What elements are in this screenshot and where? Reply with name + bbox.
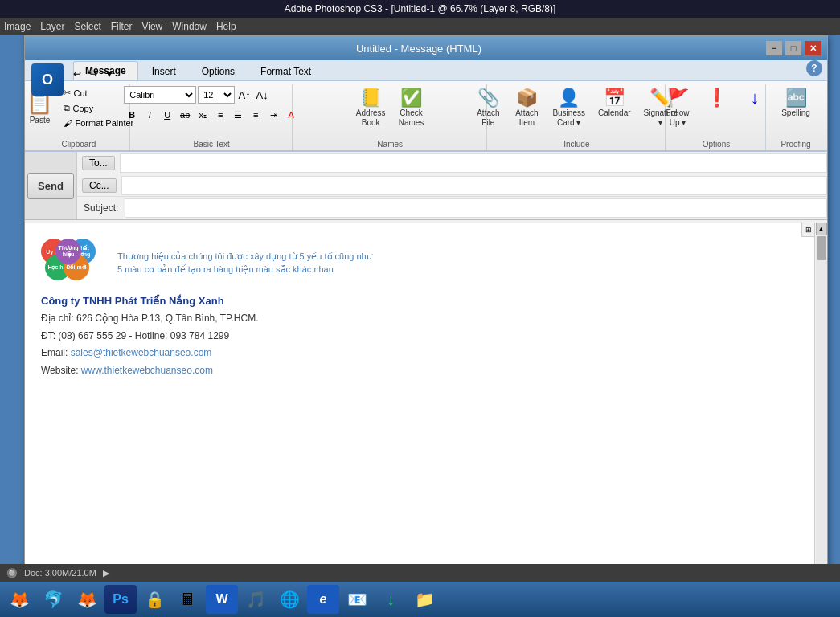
options-group: 🚩 FollowUp ▾ ❗ ↓ Options: [667, 84, 766, 150]
bold-button[interactable]: B: [124, 107, 140, 123]
menu-filter[interactable]: Filter: [111, 21, 133, 32]
italic-button[interactable]: I: [141, 107, 158, 123]
menu-view[interactable]: View: [141, 21, 162, 32]
high-importance-button[interactable]: ❗: [699, 86, 734, 112]
business-card-button[interactable]: 👤 BusinessCard ▾: [547, 86, 590, 131]
options-label: Options: [672, 140, 760, 150]
format-row: B I U ab x₂ ≡ ☰ ≡ ⇥ A: [124, 107, 299, 123]
taskbar-outlook[interactable]: 📧: [341, 585, 373, 614]
close-button[interactable]: ✕: [805, 41, 821, 55]
to-input[interactable]: [120, 153, 827, 173]
names-label: Names: [299, 140, 481, 150]
taskbar-xampp[interactable]: 🐬: [37, 585, 69, 614]
taskbar-ie[interactable]: e: [307, 585, 339, 614]
grow-font-button[interactable]: A↑: [236, 87, 252, 103]
redo-button[interactable]: ↪: [86, 67, 100, 81]
sig-address: Địa chỉ: 626 Cộng Hòa P.13, Q.Tân Bình, …: [41, 310, 798, 379]
font-select[interactable]: Calibri Arial Times New Roman: [124, 86, 196, 104]
copy-icon: ⧉: [64, 103, 70, 113]
calendar-button[interactable]: 📅 Calendar: [593, 86, 636, 121]
address-book-icon: 📒: [360, 89, 382, 107]
align-left-button[interactable]: ≡: [212, 107, 228, 123]
subscript-button[interactable]: x₂: [195, 107, 211, 123]
subject-input[interactable]: [125, 198, 827, 218]
website-line: Website: www.thietkewebchuanseo.com: [41, 362, 798, 380]
basic-text-group: Calibri Arial Times New Roman 12 10 14 A…: [132, 84, 293, 150]
send-button[interactable]: Send: [27, 173, 74, 199]
taskbar-chrome[interactable]: 🌐: [273, 585, 305, 614]
font-row: Calibri Arial Times New Roman 12 10 14 A…: [124, 86, 299, 104]
to-button[interactable]: To...: [82, 156, 115, 170]
email-fields: To... Cc... Subject:: [77, 152, 827, 219]
taskbar-folder[interactable]: 📁: [408, 585, 440, 614]
email-body[interactable]: ▲ ▼ ⊞ Uy tín Thương hiệu Chất lượng Học …: [25, 223, 827, 597]
help-button[interactable]: ?: [806, 60, 822, 76]
taskbar-photoshop[interactable]: Ps: [104, 585, 137, 614]
minimize-button[interactable]: −: [766, 41, 782, 55]
indent-button[interactable]: ⇥: [265, 107, 281, 123]
undo-button[interactable]: ↩: [70, 67, 84, 81]
window-controls: − □ ✕: [766, 41, 821, 55]
check-names-icon: ✅: [400, 89, 422, 107]
follow-up-button[interactable]: 🚩 FollowUp ▾: [660, 86, 695, 131]
scroll-up-button[interactable]: ▲: [816, 223, 827, 235]
tab-insert[interactable]: Insert: [140, 62, 188, 80]
include-label: Include: [494, 140, 660, 150]
scroll-thumb[interactable]: [817, 236, 826, 260]
basic-text-label: Basic Text: [137, 140, 287, 150]
menu-window[interactable]: Window: [172, 21, 207, 32]
underline-button[interactable]: U: [159, 107, 175, 123]
cc-input[interactable]: [121, 176, 827, 195]
compose-header: Send To... Cc... Subject:: [25, 152, 827, 220]
send-button-container: Send: [25, 152, 77, 219]
qat-more-button[interactable]: ▼: [102, 67, 117, 81]
signature-logo: Uy tín Thương hiệu Chất lượng Học hỏi Đổ…: [41, 239, 798, 287]
taskbar-miku[interactable]: 🎵: [240, 585, 272, 614]
align-right-button[interactable]: ≡: [248, 107, 264, 123]
phone-line: ĐT: (08) 667 555 29 - Hotline: 093 784 1…: [41, 328, 798, 345]
cc-button[interactable]: Cc...: [82, 178, 117, 193]
company-name: Công ty TNHH Phát Triển Nắng Xanh: [41, 295, 798, 307]
align-center-button[interactable]: ☰: [230, 107, 246, 123]
photoshop-menu-bar: Image Layer Select Filter View Window He…: [0, 18, 840, 35]
check-names-button[interactable]: ✅ CheckNames: [394, 86, 429, 131]
attach-item-button[interactable]: 📦 AttachItem: [509, 86, 544, 131]
high-importance-icon: ❗: [706, 89, 727, 107]
shrink-font-button[interactable]: A↓: [254, 87, 270, 103]
email-body-content[interactable]: Uy tín Thương hiệu Chất lượng Học hỏi Đổ…: [25, 223, 814, 597]
cc-field-row: Cc...: [77, 174, 827, 197]
taskbar-security[interactable]: 🔒: [138, 585, 170, 614]
taskbar-idm[interactable]: ↓: [375, 585, 407, 614]
website-link[interactable]: www.thietkewebchuanseo.com: [81, 365, 213, 376]
spelling-button[interactable]: 🔤 Spelling: [776, 86, 815, 121]
address-book-button[interactable]: 📒 AddressBook: [351, 86, 391, 131]
arrow-icon: ▶: [103, 568, 109, 578]
maximize-button[interactable]: □: [785, 41, 801, 55]
email-link[interactable]: sales@thietkewebchuanseo.com: [71, 347, 212, 358]
taskbar-firefox[interactable]: 🦊: [3, 585, 35, 614]
tab-options[interactable]: Options: [190, 62, 247, 80]
size-select[interactable]: 12 10 14: [198, 86, 235, 104]
vertical-scrollbar[interactable]: ▲ ▼: [814, 223, 827, 597]
taskbar: 🦊 🐬 🦊 Ps 🔒 🖩 W 🎵 🌐 e 📧 ↓ 📁: [0, 582, 840, 617]
scroll-track[interactable]: [816, 235, 827, 584]
ribbon-tabs: Message Insert Options Format Text: [25, 60, 827, 81]
menu-layer[interactable]: Layer: [40, 21, 64, 32]
taskbar-firefox2[interactable]: 🦊: [71, 585, 103, 614]
tab-format-text[interactable]: Format Text: [248, 62, 323, 80]
menu-help[interactable]: Help: [216, 21, 236, 32]
taskbar-calculator[interactable]: 🖩: [172, 585, 204, 614]
attach-file-button[interactable]: 📎 AttachFile: [470, 86, 506, 131]
menu-image[interactable]: Image: [4, 21, 31, 32]
taskbar-word[interactable]: W: [206, 585, 238, 614]
strikethrough-button[interactable]: ab: [177, 107, 193, 123]
quick-access-toolbar: ↩ ↪ ▼: [70, 64, 117, 84]
calendar-icon: 📅: [604, 89, 625, 107]
title-text: Adobe Photoshop CS3 - [Untitled-1 @ 66.7…: [285, 3, 556, 14]
proofing-group: 🔤 Spelling Proofing: [768, 84, 824, 150]
sig-tagline: Thương hiệu của chúng tôi được xây dựng …: [117, 250, 375, 276]
menu-select[interactable]: Select: [74, 21, 100, 32]
circle-purple: Thương hiệu: [55, 239, 81, 264]
status-icon: 🔘: [6, 568, 18, 578]
names-group: 📒 AddressBook ✅ CheckNames Names: [294, 84, 487, 150]
